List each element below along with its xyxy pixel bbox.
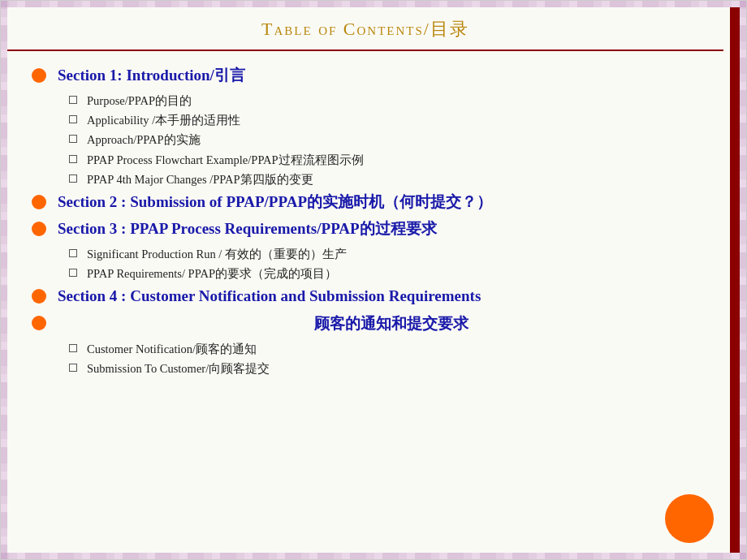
list-item: PPAP Requirements/ PPAP的要求（完成的项目） — [69, 265, 699, 282]
section2-bullet — [32, 195, 46, 209]
slide-container: Table of Contents/目录 Section 1: Introduc… — [0, 0, 747, 560]
section1-bullet — [32, 68, 46, 83]
title-section: Table of Contents/目录 — [7, 7, 723, 51]
border-top-decoration — [1, 1, 746, 7]
list-item: PPAP 4th Major Changes /PPAP第四版的变更 — [69, 171, 699, 187]
section4-bullet — [32, 289, 46, 304]
section1-item: Section 1: Introduction/引言 — [32, 66, 699, 86]
subitem-label: Applicability /本手册的适用性 — [87, 112, 240, 128]
list-item: Applicability /本手册的适用性 — [69, 112, 699, 128]
section4-subitems: Customer Notification/顾客的通知 Submission T… — [69, 341, 699, 377]
chinese-subtitle: 顾客的通知和提交要求 — [58, 313, 699, 334]
square-bullet-icon — [69, 249, 77, 257]
chinese-subtitle-row: 顾客的通知和提交要求 — [32, 313, 699, 334]
border-left-decoration — [1, 1, 7, 559]
section3-bullet — [32, 222, 46, 236]
square-bullet-icon — [69, 115, 77, 123]
chinese-subtitle-bullet — [32, 316, 46, 330]
square-bullet-icon — [69, 155, 77, 163]
list-item: Purpose/PPAP的目的 — [69, 93, 699, 109]
square-bullet-icon — [69, 269, 77, 277]
section1-wrapper: Section 1: Introduction/引言 Purpose/PPAP的… — [32, 66, 699, 187]
subitem-label: Submission To Customer/向顾客提交 — [87, 360, 270, 377]
square-bullet-icon — [69, 364, 77, 372]
section4-item: Section 4 : Customer Notification and Su… — [32, 286, 699, 307]
slide-title: Table of Contents/目录 — [261, 19, 469, 39]
section3-label: Section 3 : PPAP Process Requirements/PP… — [58, 219, 437, 239]
square-bullet-icon — [69, 135, 77, 143]
list-item: Significant Production Run / 有效的（重要的）生产 — [69, 246, 699, 262]
list-item: Submission To Customer/向顾客提交 — [69, 360, 699, 377]
section3-wrapper: Section 3 : PPAP Process Requirements/PP… — [32, 219, 699, 282]
list-item: Approach/PPAP的实施 — [69, 131, 699, 148]
section4-wrapper: Section 4 : Customer Notification and Su… — [32, 286, 699, 307]
section1-subitems: Purpose/PPAP的目的 Applicability /本手册的适用性 A… — [69, 93, 699, 187]
border-right-decoration — [740, 1, 746, 559]
subitem-label: Significant Production Run / 有效的（重要的）生产 — [87, 246, 347, 262]
subitem-label: Purpose/PPAP的目的 — [87, 93, 192, 109]
border-bottom-decoration — [1, 553, 746, 559]
section2-item: Section 2 : Submission of PPAP/PPAP的实施时机… — [32, 192, 699, 213]
section2-label: Section 2 : Submission of PPAP/PPAP的实施时机… — [58, 192, 492, 213]
content-area: Section 1: Introduction/引言 Purpose/PPAP的… — [7, 58, 723, 553]
section4-label: Section 4 : Customer Notification and Su… — [58, 286, 481, 307]
section3-item: Section 3 : PPAP Process Requirements/PP… — [32, 219, 699, 239]
subitem-label: Customer Notification/顾客的通知 — [87, 341, 257, 357]
section2-wrapper: Section 2 : Submission of PPAP/PPAP的实施时机… — [32, 192, 699, 213]
subitem-label: PPAP Process Flowchart Example/PPAP过程流程图… — [87, 152, 364, 168]
square-bullet-icon — [69, 344, 77, 352]
subitem-label: PPAP 4th Major Changes /PPAP第四版的变更 — [87, 171, 313, 187]
subitem-label: Approach/PPAP的实施 — [87, 131, 201, 148]
section3-subitems: Significant Production Run / 有效的（重要的）生产 … — [69, 246, 699, 282]
subitem-label: PPAP Requirements/ PPAP的要求（完成的项目） — [87, 265, 337, 282]
section1-label: Section 1: Introduction/引言 — [58, 66, 245, 86]
list-item: PPAP Process Flowchart Example/PPAP过程流程图… — [69, 152, 699, 168]
orange-circle-decoration — [665, 494, 714, 543]
accent-bar-right — [730, 7, 740, 553]
square-bullet-icon — [69, 96, 77, 104]
square-bullet-icon — [69, 174, 77, 183]
list-item: Customer Notification/顾客的通知 — [69, 341, 699, 357]
